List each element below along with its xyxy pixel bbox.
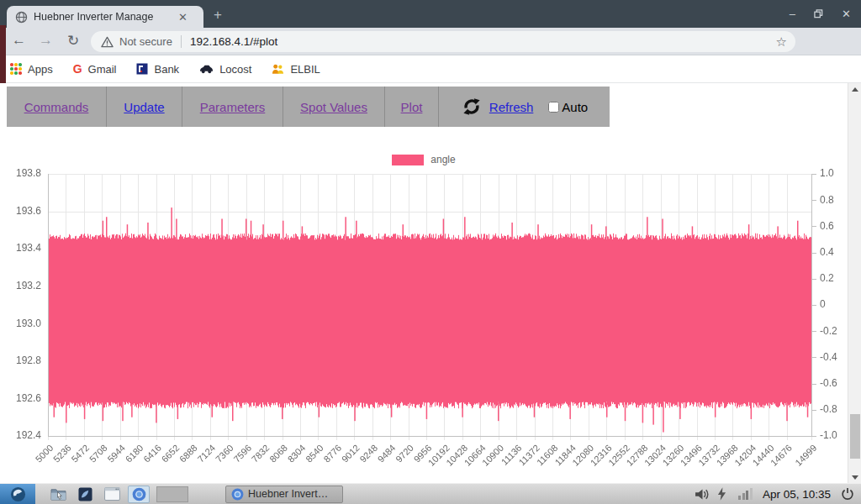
auto-toggle[interactable]: Auto — [548, 100, 588, 114]
terminal-launcher[interactable] — [101, 486, 123, 503]
network-signal-icon[interactable] — [738, 488, 753, 500]
bookmark-label: Bank — [154, 63, 179, 76]
browser-tab[interactable]: Huebner Inverter Manage ✕ — [7, 6, 203, 28]
reload-icon[interactable]: ↻ — [67, 32, 79, 50]
file-manager-icon — [50, 487, 66, 501]
taskbar-window-button[interactable]: Huebner Invert… — [225, 486, 343, 503]
omnibox-divider — [181, 35, 182, 48]
bookmark-gmail[interactable]: G Gmail — [73, 62, 117, 76]
scroll-up-icon[interactable] — [848, 83, 861, 95]
bookmark-locost[interactable]: Locost — [199, 63, 251, 76]
bookmark-label: Gmail — [88, 63, 117, 76]
scroll-down-icon[interactable] — [848, 471, 861, 483]
window-edge-artifact — [0, 25, 6, 83]
chromium-icon — [231, 488, 244, 501]
security-label: Not secure — [119, 35, 172, 48]
window-icon — [104, 487, 120, 501]
nav-cell-commands[interactable]: Commands — [7, 87, 106, 127]
car-icon — [199, 64, 214, 74]
volume-icon[interactable] — [695, 488, 710, 501]
bookmark-label: ELBIL — [290, 63, 320, 76]
nav-cell-update[interactable]: Update — [106, 87, 182, 127]
page-nav-menu: Commands Update Parameters Spot Values P… — [7, 87, 610, 127]
globe-favicon-icon — [15, 11, 28, 24]
desktop-pager[interactable] — [156, 486, 188, 502]
window-close-icon[interactable]: ✕ — [842, 8, 851, 20]
page-scrollbar[interactable] — [848, 83, 861, 483]
chromium-launcher[interactable] — [128, 486, 150, 503]
power-status-icon[interactable] — [717, 487, 726, 501]
bookmark-elbil[interactable]: ELBIL — [272, 63, 320, 76]
spot-values-link[interactable]: Spot Values — [300, 100, 367, 114]
google-g-icon: G — [73, 62, 82, 76]
nav-cell-parameters[interactable]: Parameters — [182, 87, 283, 127]
people-icon — [272, 63, 284, 75]
browser-tab-strip: Huebner Inverter Manage ✕ + – ✕ — [0, 0, 861, 28]
scrollbar-thumb[interactable] — [850, 414, 860, 459]
forward-icon[interactable]: → — [39, 32, 53, 49]
window-restore-icon[interactable] — [814, 9, 823, 18]
shutdown-icon[interactable] — [841, 487, 854, 501]
bookmark-apps[interactable]: Apps — [10, 63, 53, 76]
url-text[interactable]: 192.168.4.1/#plot — [190, 35, 776, 48]
plot-canvas — [0, 151, 848, 480]
update-link[interactable]: Update — [124, 100, 164, 114]
auto-checkbox[interactable] — [548, 102, 559, 113]
nav-cell-spot-values[interactable]: Spot Values — [283, 87, 384, 127]
auto-label: Auto — [562, 100, 588, 114]
chromium-icon — [132, 487, 146, 501]
apps-grid-icon — [10, 63, 22, 75]
bookmark-label: Locost — [219, 63, 251, 76]
taskbar: Huebner Invert… Apr 05, 10:35 — [0, 483, 861, 504]
window-button-label: Huebner Invert… — [248, 488, 328, 500]
app-menu-button[interactable] — [0, 484, 35, 504]
nav-cell-plot[interactable]: Plot — [384, 87, 438, 127]
tab-title: Huebner Inverter Manage — [34, 11, 175, 23]
parameters-link[interactable]: Parameters — [200, 100, 266, 114]
web-page: Commands Update Parameters Spot Values P… — [0, 83, 848, 483]
refresh-link[interactable]: Refresh — [489, 100, 534, 114]
bookmark-bank[interactable]: Bank — [136, 63, 179, 76]
file-manager-launcher[interactable] — [47, 486, 69, 503]
new-tab-button[interactable]: + — [214, 7, 222, 24]
bank-icon — [136, 63, 148, 75]
app-launcher-2[interactable] — [74, 486, 96, 503]
browser-toolbar: ← → ↻ Not secure 192.168.4.1/#plot ☆ ⋮ — [0, 28, 861, 55]
taskbar-clock[interactable]: Apr 05, 10:35 — [763, 488, 831, 501]
dark-app-icon — [78, 487, 92, 501]
back-icon[interactable]: ← — [12, 32, 26, 49]
nav-cell-refresh: Refresh Auto — [438, 87, 610, 127]
not-secure-warning-icon — [101, 36, 114, 48]
bookmark-label: Apps — [28, 63, 53, 76]
bookmark-star-icon[interactable]: ☆ — [776, 34, 787, 50]
start-menu-icon — [10, 486, 26, 502]
plot-link[interactable]: Plot — [401, 100, 423, 114]
tab-close-icon[interactable]: ✕ — [178, 11, 188, 24]
desktop: Huebner Inverter Manage ✕ + – ✕ ← → ↻ No… — [0, 0, 861, 504]
commands-link[interactable]: Commands — [24, 100, 89, 114]
refresh-icon[interactable] — [461, 96, 483, 118]
address-bar[interactable]: Not secure 192.168.4.1/#plot ☆ — [91, 31, 795, 52]
bookmarks-bar: Apps G Gmail Bank Locost — [0, 55, 861, 83]
window-minimize-icon[interactable]: – — [790, 8, 795, 20]
